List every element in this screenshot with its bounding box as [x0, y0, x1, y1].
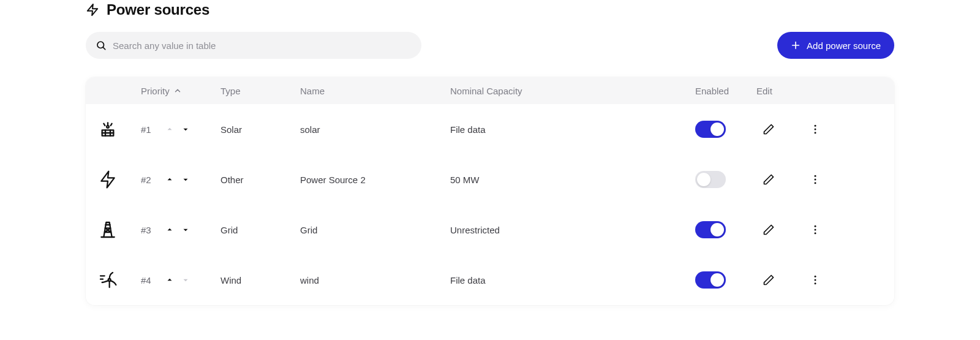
svg-line-11: [111, 124, 112, 126]
priority-cell: #3: [141, 224, 221, 235]
header-capacity[interactable]: Nominal Capacity: [450, 86, 695, 96]
table-row: #3GridGridUnrestricted: [86, 205, 894, 255]
svg-point-43: [815, 282, 816, 284]
capacity-cell: 50 MW: [450, 175, 695, 185]
table-row: #4WindwindFile data: [86, 255, 894, 305]
more-button[interactable]: [805, 220, 825, 240]
priority-up-button[interactable]: [164, 174, 175, 185]
header-priority[interactable]: Priority: [141, 86, 221, 96]
grid-icon: [98, 220, 141, 240]
search-container[interactable]: [86, 32, 421, 59]
priority-cell: #1: [141, 124, 221, 135]
svg-point-23: [815, 182, 816, 184]
enabled-toggle[interactable]: [695, 221, 726, 238]
bolt-icon: [98, 170, 141, 189]
svg-marker-30: [168, 229, 172, 231]
enabled-toggle[interactable]: [695, 121, 726, 138]
capacity-cell: File data: [450, 275, 695, 285]
svg-marker-39: [168, 279, 172, 281]
wind-icon: [98, 270, 141, 290]
chevron-up-icon: [173, 86, 182, 95]
search-icon: [96, 40, 107, 51]
priority-down-button[interactable]: [180, 224, 191, 235]
name-cell: solar: [300, 124, 450, 135]
svg-marker-13: [168, 128, 172, 130]
priority-down-button[interactable]: [180, 124, 191, 135]
edit-button[interactable]: [759, 119, 778, 139]
more-button[interactable]: [805, 270, 825, 290]
priority-cell: #4: [141, 274, 221, 285]
edit-button[interactable]: [759, 270, 778, 290]
bolt-icon: [86, 2, 99, 17]
priority-number: #3: [141, 225, 159, 235]
type-cell: Solar: [221, 124, 300, 135]
header-enabled: Enabled: [695, 86, 729, 96]
plus-icon: [791, 40, 801, 50]
enabled-toggle[interactable]: [695, 271, 726, 289]
svg-marker-18: [101, 172, 114, 188]
enabled-toggle[interactable]: [695, 171, 726, 188]
priority-up-button[interactable]: [164, 224, 175, 235]
svg-line-2: [103, 47, 105, 50]
add-button-label: Add power source: [807, 40, 881, 51]
svg-point-12: [107, 126, 109, 128]
priority-down-button: [180, 274, 191, 285]
table-row: #1SolarsolarFile data: [86, 104, 894, 154]
svg-marker-19: [168, 178, 172, 181]
type-cell: Other: [221, 175, 300, 185]
type-cell: Grid: [221, 225, 300, 235]
table-header-row: Priority Type Name Nominal Capacity Enab…: [86, 77, 894, 104]
capacity-cell: File data: [450, 124, 695, 135]
priority-cell: #2: [141, 174, 221, 185]
header-name[interactable]: Name: [300, 86, 450, 96]
svg-point-34: [815, 232, 816, 234]
table-row: #2OtherPower Source 250 MW: [86, 154, 894, 205]
svg-marker-0: [88, 4, 98, 15]
name-cell: Power Source 2: [300, 175, 450, 185]
svg-point-33: [815, 229, 816, 231]
svg-point-42: [815, 279, 816, 281]
priority-number: #2: [141, 175, 159, 185]
name-cell: wind: [300, 275, 450, 285]
svg-marker-20: [184, 179, 188, 181]
svg-marker-14: [184, 129, 188, 131]
svg-point-22: [815, 179, 816, 181]
priority-number: #1: [141, 124, 159, 135]
svg-point-21: [815, 175, 816, 177]
header-type[interactable]: Type: [221, 86, 300, 96]
header-edit: Edit: [756, 86, 842, 96]
svg-point-16: [815, 129, 816, 130]
svg-marker-31: [184, 229, 188, 232]
more-button[interactable]: [805, 119, 825, 139]
priority-down-button[interactable]: [180, 174, 191, 185]
name-cell: Grid: [300, 225, 450, 235]
priority-up-button: [164, 124, 175, 135]
edit-button[interactable]: [759, 220, 778, 240]
search-input[interactable]: [113, 40, 412, 51]
more-button[interactable]: [805, 170, 825, 189]
solar-icon: [98, 119, 141, 139]
header-priority-label: Priority: [141, 86, 170, 96]
svg-point-15: [815, 125, 816, 127]
add-power-source-button[interactable]: Add power source: [777, 32, 894, 59]
svg-line-10: [104, 124, 105, 126]
type-cell: Wind: [221, 275, 300, 285]
priority-number: #4: [141, 275, 159, 285]
power-sources-table: Priority Type Name Nominal Capacity Enab…: [86, 77, 894, 305]
svg-point-32: [815, 225, 816, 227]
svg-point-41: [815, 276, 816, 278]
edit-button[interactable]: [759, 170, 778, 189]
page-title: Power sources: [107, 1, 209, 18]
priority-up-button[interactable]: [164, 274, 175, 285]
svg-marker-40: [184, 279, 188, 282]
svg-point-17: [815, 132, 816, 134]
capacity-cell: Unrestricted: [450, 225, 695, 235]
